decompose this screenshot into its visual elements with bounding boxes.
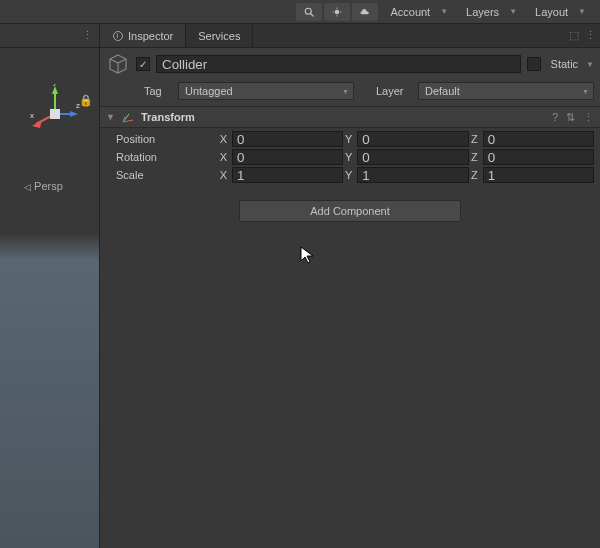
static-label: Static [551, 58, 579, 70]
x-label: X [218, 133, 230, 145]
svg-marker-8 [52, 86, 58, 94]
foldout-icon[interactable]: ▼ [106, 112, 115, 122]
inspector-panel: i Inspector Services ⬚ ⋮ Static ▼ Tag Un… [100, 24, 600, 548]
lock-icon[interactable]: ⬚ [569, 29, 579, 42]
panel-tabs: i Inspector Services ⬚ ⋮ [100, 24, 600, 48]
account-dropdown[interactable]: Account▼ [380, 3, 454, 21]
scene-toolbar: ⋮ [0, 24, 99, 48]
persp-label[interactable]: ◁ Persp [24, 180, 63, 192]
svg-point-14 [114, 31, 123, 40]
y-label: Y [343, 151, 355, 163]
scale-row: Scale X Y Z [106, 166, 594, 184]
menu-dots-icon[interactable]: ⋮ [82, 29, 93, 42]
transform-header: ▼ Transform ? ⇅ ⋮ [100, 107, 600, 128]
active-checkbox[interactable] [136, 57, 150, 71]
tab-inspector-label: Inspector [128, 30, 173, 42]
layer-value: Default [425, 85, 460, 97]
rotation-label: Rotation [106, 151, 218, 163]
rotation-row: Rotation X Y Z [106, 148, 594, 166]
transform-title: Transform [141, 111, 195, 123]
scale-label: Scale [106, 169, 218, 181]
scale-y-input[interactable] [357, 167, 468, 183]
layers-dropdown[interactable]: Layers▼ [456, 3, 523, 21]
x-axis-label: x [30, 111, 34, 120]
x-label: X [218, 151, 230, 163]
position-x-input[interactable] [232, 131, 343, 147]
gameobject-icon[interactable] [106, 52, 130, 76]
collab-icon[interactable] [324, 3, 350, 21]
chevron-down-icon: ▼ [578, 7, 586, 16]
menu-dots-icon[interactable]: ⋮ [583, 111, 594, 124]
orientation-gizmo[interactable]: y x z [30, 84, 80, 134]
gameobject-header: Static ▼ [100, 48, 600, 80]
search-icon[interactable] [296, 3, 322, 21]
z-label: Z [469, 133, 481, 145]
static-checkbox[interactable] [527, 57, 541, 71]
position-z-input[interactable] [483, 131, 594, 147]
rotation-x-input[interactable] [232, 149, 343, 165]
gameobject-name-input[interactable] [156, 55, 521, 73]
y-label: Y [343, 169, 355, 181]
layers-label: Layers [466, 6, 499, 18]
layout-dropdown[interactable]: Layout▼ [525, 3, 592, 21]
tag-value: Untagged [185, 85, 233, 97]
cloud-icon[interactable] [352, 3, 378, 21]
static-dropdown-icon[interactable]: ▼ [586, 60, 594, 69]
svg-text:i: i [117, 32, 119, 39]
z-label: Z [469, 169, 481, 181]
tag-layer-row: Tag Untagged Layer Default [100, 80, 600, 107]
scale-z-input[interactable] [483, 167, 594, 183]
tab-inspector[interactable]: i Inspector [100, 24, 186, 47]
svg-point-0 [306, 8, 312, 14]
position-row: Position X Y Z [106, 130, 594, 148]
z-label: Z [469, 151, 481, 163]
x-label: X [218, 169, 230, 181]
scale-x-input[interactable] [232, 167, 343, 183]
transform-properties: Position X Y Z Rotation X Y Z Scale X Y … [100, 128, 600, 186]
menu-dots-icon[interactable]: ⋮ [585, 29, 596, 42]
top-toolbar: Account▼ Layers▼ Layout▼ [0, 0, 600, 24]
y-axis-label: y [53, 84, 57, 86]
position-y-input[interactable] [357, 131, 468, 147]
layout-label: Layout [535, 6, 568, 18]
help-icon[interactable]: ? [552, 111, 558, 124]
chevron-down-icon: ▼ [440, 7, 448, 16]
account-label: Account [390, 6, 430, 18]
svg-rect-13 [50, 109, 60, 119]
layer-label: Layer [376, 85, 412, 97]
chevron-down-icon: ▼ [509, 7, 517, 16]
preset-icon[interactable]: ⇅ [566, 111, 575, 124]
transform-icon [121, 110, 135, 124]
rotation-y-input[interactable] [357, 149, 468, 165]
lock-icon[interactable]: 🔒 [79, 94, 93, 107]
tag-dropdown[interactable]: Untagged [178, 82, 354, 100]
info-icon: i [112, 30, 124, 42]
layer-dropdown[interactable]: Default [418, 82, 594, 100]
svg-line-1 [311, 13, 314, 16]
rotation-z-input[interactable] [483, 149, 594, 165]
svg-point-2 [335, 9, 340, 14]
scene-view[interactable]: ⋮ 🔒 y x z ◁ Persp [0, 24, 100, 548]
position-label: Position [106, 133, 218, 145]
svg-marker-12 [70, 111, 78, 117]
add-component-button[interactable]: Add Component [239, 200, 461, 222]
tab-services-label: Services [198, 30, 240, 42]
svg-marker-10 [32, 120, 42, 128]
tab-services[interactable]: Services [186, 24, 253, 47]
y-label: Y [343, 133, 355, 145]
z-axis-label: z [76, 101, 80, 110]
tag-label: Tag [144, 85, 172, 97]
add-component-label: Add Component [310, 205, 390, 217]
